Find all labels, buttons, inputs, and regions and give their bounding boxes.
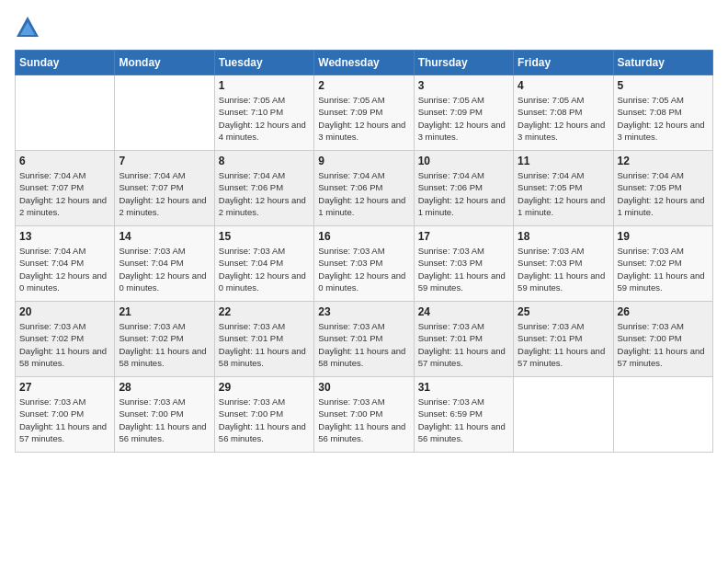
- calendar-cell: 12Sunrise: 7:04 AM Sunset: 7:05 PM Dayli…: [613, 151, 712, 226]
- calendar-cell: 2Sunrise: 7:05 AM Sunset: 7:09 PM Daylig…: [314, 75, 414, 151]
- week-row-1: 1Sunrise: 7:05 AM Sunset: 7:10 PM Daylig…: [16, 75, 713, 151]
- day-number: 10: [418, 155, 509, 167]
- day-info: Sunrise: 7:03 AM Sunset: 7:01 PM Dayligh…: [219, 320, 310, 369]
- calendar-cell: 4Sunrise: 7:05 AM Sunset: 7:08 PM Daylig…: [514, 75, 613, 151]
- calendar-cell: 16Sunrise: 7:03 AM Sunset: 7:03 PM Dayli…: [314, 226, 414, 302]
- day-number: 24: [418, 305, 509, 318]
- day-number: 13: [19, 230, 110, 243]
- calendar-cell: 26Sunrise: 7:03 AM Sunset: 7:00 PM Dayli…: [613, 302, 712, 377]
- calendar-cell: 24Sunrise: 7:03 AM Sunset: 7:01 PM Dayli…: [414, 302, 513, 377]
- days-header-row: SundayMondayTuesdayWednesdayThursdayFrid…: [16, 51, 713, 75]
- calendar-body: 1Sunrise: 7:05 AM Sunset: 7:10 PM Daylig…: [16, 75, 713, 453]
- calendar-cell: 17Sunrise: 7:03 AM Sunset: 7:03 PM Dayli…: [414, 226, 513, 302]
- calendar-cell: 15Sunrise: 7:03 AM Sunset: 7:04 PM Dayli…: [214, 226, 313, 302]
- day-number: 16: [318, 230, 409, 243]
- day-header-sunday: Sunday: [16, 51, 115, 75]
- day-header-wednesday: Wednesday: [314, 51, 414, 75]
- day-info: Sunrise: 7:03 AM Sunset: 7:01 PM Dayligh…: [418, 320, 509, 369]
- calendar-cell: 25Sunrise: 7:03 AM Sunset: 7:01 PM Dayli…: [514, 302, 613, 377]
- logo-icon: [15, 15, 40, 40]
- day-number: 28: [119, 381, 210, 394]
- calendar-cell: 22Sunrise: 7:03 AM Sunset: 7:01 PM Dayli…: [214, 302, 313, 377]
- day-number: 29: [219, 381, 310, 394]
- day-number: 14: [119, 230, 210, 243]
- day-info: Sunrise: 7:04 AM Sunset: 7:05 PM Dayligh…: [518, 169, 609, 218]
- calendar-cell: 30Sunrise: 7:03 AM Sunset: 7:00 PM Dayli…: [314, 377, 414, 453]
- day-info: Sunrise: 7:03 AM Sunset: 7:00 PM Dayligh…: [19, 396, 110, 444]
- day-info: Sunrise: 7:04 AM Sunset: 7:06 PM Dayligh…: [318, 169, 409, 218]
- day-number: 17: [418, 230, 509, 243]
- day-number: 18: [518, 230, 609, 243]
- day-number: 20: [19, 305, 110, 318]
- week-row-3: 13Sunrise: 7:04 AM Sunset: 7:04 PM Dayli…: [16, 226, 713, 302]
- day-info: Sunrise: 7:04 AM Sunset: 7:04 PM Dayligh…: [19, 245, 110, 293]
- day-number: 12: [618, 155, 709, 167]
- day-info: Sunrise: 7:03 AM Sunset: 7:02 PM Dayligh…: [618, 245, 709, 293]
- day-header-friday: Friday: [514, 51, 613, 75]
- day-info: Sunrise: 7:05 AM Sunset: 7:10 PM Dayligh…: [219, 94, 310, 143]
- day-info: Sunrise: 7:04 AM Sunset: 7:07 PM Dayligh…: [119, 169, 210, 218]
- week-row-4: 20Sunrise: 7:03 AM Sunset: 7:02 PM Dayli…: [16, 302, 713, 377]
- calendar-cell: 5Sunrise: 7:05 AM Sunset: 7:08 PM Daylig…: [613, 75, 712, 151]
- day-info: Sunrise: 7:04 AM Sunset: 7:05 PM Dayligh…: [618, 169, 709, 218]
- day-number: 25: [518, 305, 609, 318]
- day-number: 6: [19, 155, 110, 167]
- day-info: Sunrise: 7:05 AM Sunset: 7:08 PM Dayligh…: [618, 94, 709, 143]
- calendar-cell: 9Sunrise: 7:04 AM Sunset: 7:06 PM Daylig…: [314, 151, 414, 226]
- calendar-cell: 10Sunrise: 7:04 AM Sunset: 7:06 PM Dayli…: [414, 151, 513, 226]
- day-number: 26: [618, 305, 709, 318]
- calendar-cell: 19Sunrise: 7:03 AM Sunset: 7:02 PM Dayli…: [613, 226, 712, 302]
- day-info: Sunrise: 7:04 AM Sunset: 7:06 PM Dayligh…: [418, 169, 509, 218]
- day-number: 4: [518, 79, 609, 92]
- day-info: Sunrise: 7:03 AM Sunset: 7:02 PM Dayligh…: [119, 320, 210, 369]
- calendar-cell: [514, 377, 613, 453]
- calendar-cell: 1Sunrise: 7:05 AM Sunset: 7:10 PM Daylig…: [214, 75, 313, 151]
- day-info: Sunrise: 7:03 AM Sunset: 7:00 PM Dayligh…: [119, 396, 210, 444]
- day-number: 8: [219, 155, 310, 167]
- day-number: 19: [618, 230, 709, 243]
- day-info: Sunrise: 7:03 AM Sunset: 7:03 PM Dayligh…: [418, 245, 509, 293]
- calendar-cell: 20Sunrise: 7:03 AM Sunset: 7:02 PM Dayli…: [16, 302, 115, 377]
- day-info: Sunrise: 7:03 AM Sunset: 7:03 PM Dayligh…: [518, 245, 609, 293]
- day-info: Sunrise: 7:03 AM Sunset: 7:00 PM Dayligh…: [219, 396, 310, 444]
- day-number: 2: [318, 79, 409, 92]
- calendar-cell: 7Sunrise: 7:04 AM Sunset: 7:07 PM Daylig…: [115, 151, 214, 226]
- day-info: Sunrise: 7:03 AM Sunset: 6:59 PM Dayligh…: [418, 396, 509, 444]
- calendar-cell: 29Sunrise: 7:03 AM Sunset: 7:00 PM Dayli…: [214, 377, 313, 453]
- page-header: [15, 15, 713, 40]
- day-info: Sunrise: 7:05 AM Sunset: 7:09 PM Dayligh…: [318, 94, 409, 143]
- calendar-cell: 18Sunrise: 7:03 AM Sunset: 7:03 PM Dayli…: [514, 226, 613, 302]
- calendar-cell: 8Sunrise: 7:04 AM Sunset: 7:06 PM Daylig…: [214, 151, 313, 226]
- day-number: 1: [219, 79, 310, 92]
- day-info: Sunrise: 7:04 AM Sunset: 7:07 PM Dayligh…: [19, 169, 110, 218]
- day-number: 3: [418, 79, 509, 92]
- calendar-cell: 11Sunrise: 7:04 AM Sunset: 7:05 PM Dayli…: [514, 151, 613, 226]
- day-info: Sunrise: 7:03 AM Sunset: 7:01 PM Dayligh…: [318, 320, 409, 369]
- calendar-cell: [613, 377, 712, 453]
- day-header-saturday: Saturday: [613, 51, 712, 75]
- day-info: Sunrise: 7:05 AM Sunset: 7:09 PM Dayligh…: [418, 94, 509, 143]
- logo: [15, 15, 44, 40]
- day-number: 7: [119, 155, 210, 167]
- day-info: Sunrise: 7:03 AM Sunset: 7:01 PM Dayligh…: [518, 320, 609, 369]
- day-number: 5: [618, 79, 709, 92]
- day-header-tuesday: Tuesday: [214, 51, 313, 75]
- day-info: Sunrise: 7:04 AM Sunset: 7:06 PM Dayligh…: [219, 169, 310, 218]
- calendar-cell: 28Sunrise: 7:03 AM Sunset: 7:00 PM Dayli…: [115, 377, 214, 453]
- day-info: Sunrise: 7:03 AM Sunset: 7:04 PM Dayligh…: [219, 245, 310, 293]
- day-info: Sunrise: 7:03 AM Sunset: 7:00 PM Dayligh…: [318, 396, 409, 444]
- day-number: 15: [219, 230, 310, 243]
- day-number: 31: [418, 381, 509, 394]
- week-row-5: 27Sunrise: 7:03 AM Sunset: 7:00 PM Dayli…: [16, 377, 713, 453]
- calendar-cell: 23Sunrise: 7:03 AM Sunset: 7:01 PM Dayli…: [314, 302, 414, 377]
- calendar-header: SundayMondayTuesdayWednesdayThursdayFrid…: [16, 51, 713, 75]
- day-number: 11: [518, 155, 609, 167]
- calendar-cell: 21Sunrise: 7:03 AM Sunset: 7:02 PM Dayli…: [115, 302, 214, 377]
- calendar-cell: 14Sunrise: 7:03 AM Sunset: 7:04 PM Dayli…: [115, 226, 214, 302]
- day-info: Sunrise: 7:03 AM Sunset: 7:02 PM Dayligh…: [19, 320, 110, 369]
- calendar-cell: 27Sunrise: 7:03 AM Sunset: 7:00 PM Dayli…: [16, 377, 115, 453]
- day-number: 21: [119, 305, 210, 318]
- calendar-cell: [115, 75, 214, 151]
- day-number: 27: [19, 381, 110, 394]
- day-header-thursday: Thursday: [414, 51, 513, 75]
